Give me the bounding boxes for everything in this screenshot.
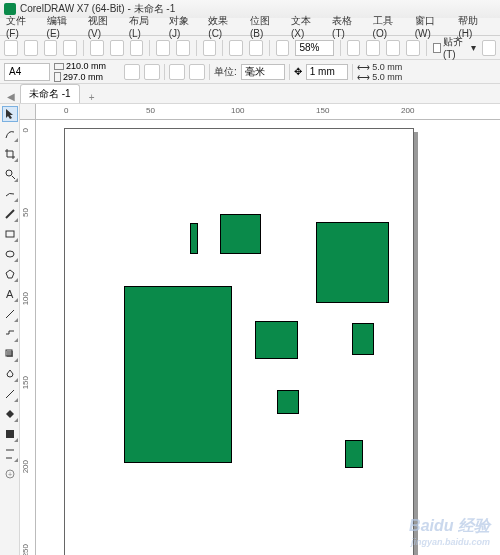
menu-object[interactable]: 对象(J) xyxy=(169,14,199,39)
page-width[interactable]: 210.0 mm xyxy=(66,61,120,71)
export-button[interactable] xyxy=(249,40,263,56)
parallel-dim-tool[interactable] xyxy=(2,306,18,322)
snap-dropdown[interactable]: 贴齐(T) ▾ xyxy=(433,35,477,60)
watermark: Baidu 经验 jingyan.baidu.com xyxy=(409,516,490,547)
svg-point-0 xyxy=(6,170,12,176)
ellipse-tool[interactable] xyxy=(2,246,18,262)
separator xyxy=(83,40,84,56)
pick-tool[interactable] xyxy=(2,106,18,122)
rectangle-shape[interactable] xyxy=(255,321,298,359)
page-dimensions: 210.0 mm 297.0 mm xyxy=(54,61,120,82)
zoom-tool[interactable] xyxy=(2,166,18,182)
ruler-tick: 150 xyxy=(316,106,329,115)
freehand-tool[interactable] xyxy=(2,186,18,202)
canvas-area: 0 50 100 150 200 0 50 100 150 200 250 Ba… xyxy=(20,104,500,555)
launch-button[interactable] xyxy=(482,40,496,56)
svg-rect-9 xyxy=(6,430,14,438)
rectangle-shape[interactable] xyxy=(220,214,261,254)
svg-text:A: A xyxy=(6,288,14,300)
cut-button[interactable] xyxy=(90,40,104,56)
publish-button[interactable] xyxy=(276,40,290,56)
units-label: 单位: xyxy=(214,65,237,79)
new-tab-button[interactable]: + xyxy=(84,92,100,103)
current-page-button[interactable] xyxy=(189,64,205,80)
horizontal-ruler[interactable]: 0 50 100 150 200 xyxy=(36,104,500,120)
eyedropper-tool[interactable] xyxy=(2,386,18,402)
page[interactable] xyxy=(64,128,414,555)
outline-tool[interactable] xyxy=(2,446,18,462)
shape-tool[interactable] xyxy=(2,126,18,142)
all-pages-button[interactable] xyxy=(169,64,185,80)
document-tabs: ◀ 未命名 -1 + xyxy=(0,84,500,104)
nudge-distance[interactable]: 1 mm xyxy=(306,64,348,80)
rectangle-shape[interactable] xyxy=(277,390,299,414)
portrait-button[interactable] xyxy=(124,64,140,80)
separator xyxy=(269,40,270,56)
options-button[interactable] xyxy=(406,40,420,56)
snap-checkbox[interactable] xyxy=(433,43,441,53)
snap-label: 贴齐(T) xyxy=(443,35,469,60)
interactive-fill-tool[interactable] xyxy=(2,406,18,422)
quick-custom-button[interactable]: + xyxy=(2,466,18,482)
artistic-media-tool[interactable] xyxy=(2,206,18,222)
search-button[interactable] xyxy=(203,40,217,56)
units-select[interactable]: 毫米 xyxy=(241,64,285,80)
svg-rect-2 xyxy=(6,231,14,237)
document-tab[interactable]: 未命名 -1 xyxy=(20,84,80,103)
landscape-button[interactable] xyxy=(144,64,160,80)
menu-view[interactable]: 视图(V) xyxy=(88,14,119,39)
rectangle-shape[interactable] xyxy=(345,440,363,468)
nudge-icon: ✥ xyxy=(294,66,302,77)
ruler-origin[interactable] xyxy=(20,104,36,120)
menu-tools[interactable]: 工具(O) xyxy=(373,14,405,39)
pasteboard[interactable]: Baidu 经验 jingyan.baidu.com xyxy=(36,120,500,555)
separator xyxy=(426,40,427,56)
text-tool[interactable]: A xyxy=(2,286,18,302)
redo-button[interactable] xyxy=(176,40,190,56)
svg-marker-4 xyxy=(6,270,14,278)
menu-edit[interactable]: 编辑(E) xyxy=(47,14,78,39)
drop-shadow-tool[interactable] xyxy=(2,346,18,362)
menu-text[interactable]: 文本(X) xyxy=(291,14,322,39)
rectangle-shape[interactable] xyxy=(124,286,232,463)
copy-button[interactable] xyxy=(110,40,124,56)
connector-tool[interactable] xyxy=(2,326,18,342)
nudge-value: 1 mm xyxy=(310,66,335,77)
zoom-level[interactable]: 58% xyxy=(295,40,333,56)
menu-effects[interactable]: 效果(C) xyxy=(208,14,240,39)
crop-tool[interactable] xyxy=(2,146,18,162)
rectangle-shape[interactable] xyxy=(352,323,374,355)
ruler-tick: 50 xyxy=(146,106,155,115)
import-button[interactable] xyxy=(229,40,243,56)
workspace: A + 0 50 100 150 200 0 50 100 150 200 25… xyxy=(0,104,500,555)
fullscreen-button[interactable] xyxy=(347,40,361,56)
vertical-ruler[interactable]: 0 50 100 150 200 250 xyxy=(20,120,36,555)
svg-line-1 xyxy=(12,176,15,179)
rectangle-tool[interactable] xyxy=(2,226,18,242)
menu-bitmaps[interactable]: 位图(B) xyxy=(250,14,281,39)
rectangle-shape[interactable] xyxy=(190,223,198,254)
dup-x: ⟷ 5.0 mm xyxy=(357,62,403,72)
transparency-tool[interactable] xyxy=(2,366,18,382)
width-icon xyxy=(54,63,64,70)
smart-fill-tool[interactable] xyxy=(2,426,18,442)
open-button[interactable] xyxy=(24,40,38,56)
tab-nav-left[interactable]: ◀ xyxy=(4,89,18,103)
menu-file[interactable]: 文件(F) xyxy=(6,14,37,39)
print-button[interactable] xyxy=(63,40,77,56)
polygon-tool[interactable] xyxy=(2,266,18,282)
paper-size-select[interactable]: A4 xyxy=(4,63,50,81)
menu-layout[interactable]: 布局(L) xyxy=(129,14,159,39)
new-button[interactable] xyxy=(4,40,18,56)
rectangle-shape[interactable] xyxy=(316,222,389,303)
preview-button[interactable] xyxy=(366,40,380,56)
welcome-button[interactable] xyxy=(386,40,400,56)
save-button[interactable] xyxy=(44,40,58,56)
menu-table[interactable]: 表格(T) xyxy=(332,14,363,39)
property-bar: A4 210.0 mm 297.0 mm 单位: 毫米 ✥ 1 mm ⟷ 5.0… xyxy=(0,60,500,84)
paste-button[interactable] xyxy=(130,40,144,56)
undo-button[interactable] xyxy=(156,40,170,56)
page-height[interactable]: 297.0 mm xyxy=(63,72,117,82)
separator xyxy=(222,40,223,56)
separator xyxy=(149,40,150,56)
